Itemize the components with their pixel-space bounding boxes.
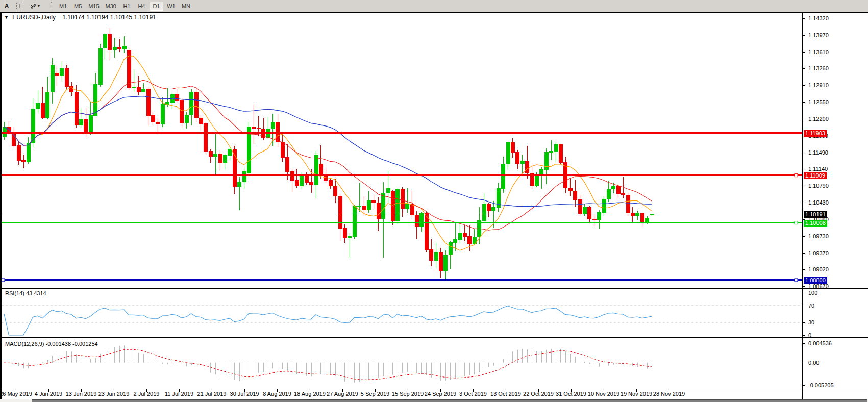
level-price-label-1.08800: 1.08800 [804, 277, 827, 284]
price-axis-tick-1.14320: 1.14320 [808, 15, 829, 22]
ohlc-values: 1.10174 1.10194 1.10145 1.10191 [62, 14, 156, 21]
line-handle-right-1.11009[interactable] [795, 174, 798, 177]
mt4-terminal: AT▾M1M5M15M30H1H4D1W1MN ▼ EURUSD-,Daily … [0, 0, 868, 402]
date-axis-label-20: 28 Nov 2019 [649, 391, 689, 397]
macd-axis-tick-0.00: 0.00 [808, 360, 819, 366]
macd-axis-tick-0.004536: 0.004536 [808, 340, 832, 347]
price-axis-tick-1.12910: 1.12910 [808, 82, 829, 89]
symbol-period-label: EURUSD-,Daily [12, 14, 56, 21]
level-price-label-1.11903: 1.11903 [804, 130, 827, 137]
chart-plot-area[interactable] [0, 0, 868, 402]
price-axis-tick-1.12550: 1.12550 [808, 99, 829, 106]
rsi-axis-tick-70: 70 [808, 303, 814, 309]
price-axis-tick-1.10430: 1.10430 [808, 199, 829, 206]
price-axis-tick-1.10790: 1.10790 [808, 183, 829, 189]
rsi-indicator-label: RSI(14) 43.4314 [5, 290, 46, 296]
price-axis-tick-1.11140: 1.11140 [808, 166, 828, 172]
macd-axis-tick--0.005205: -0.005205 [808, 382, 834, 389]
symbol-dropdown-icon[interactable]: ▼ [4, 15, 9, 20]
price-axis-tick-1.09730: 1.09730 [808, 233, 829, 240]
price-axis-tick-1.09020: 1.09020 [808, 266, 829, 273]
level-price-label-1.10008: 1.10008 [804, 220, 827, 227]
chart-title: ▼ EURUSD-,Daily 1.10174 1.10194 1.10145 … [4, 14, 156, 21]
horizontal-scrollbar-thumb[interactable] [32, 399, 867, 402]
line-handle-right-1.10008[interactable] [795, 221, 798, 224]
price-axis-tick-1.11490: 1.11490 [808, 149, 828, 156]
level-price-label-1.11009: 1.11009 [804, 172, 827, 179]
line-handle-left-1.08800[interactable] [2, 279, 5, 282]
price-axis-tick-1.12200: 1.12200 [808, 116, 829, 122]
rsi-axis-tick-100: 100 [808, 290, 817, 296]
macd-indicator-label: MACD(12,26,9) -0.001438 -0.001254 [5, 341, 98, 347]
current-price-label: 1.10191 [804, 211, 827, 218]
rsi-axis-tick-30: 30 [808, 319, 814, 326]
price-axis-tick-1.13610: 1.13610 [808, 49, 829, 56]
rsi-axis-tick-0: 0 [808, 332, 811, 339]
line-handle-right-1.08800[interactable] [795, 279, 798, 282]
price-axis-tick-1.09370: 1.09370 [808, 250, 829, 257]
price-axis-tick-1.13970: 1.13970 [808, 32, 829, 39]
price-axis-tick-1.08670: 1.08670 [808, 283, 829, 290]
price-axis-tick-1.13260: 1.13260 [808, 65, 829, 72]
